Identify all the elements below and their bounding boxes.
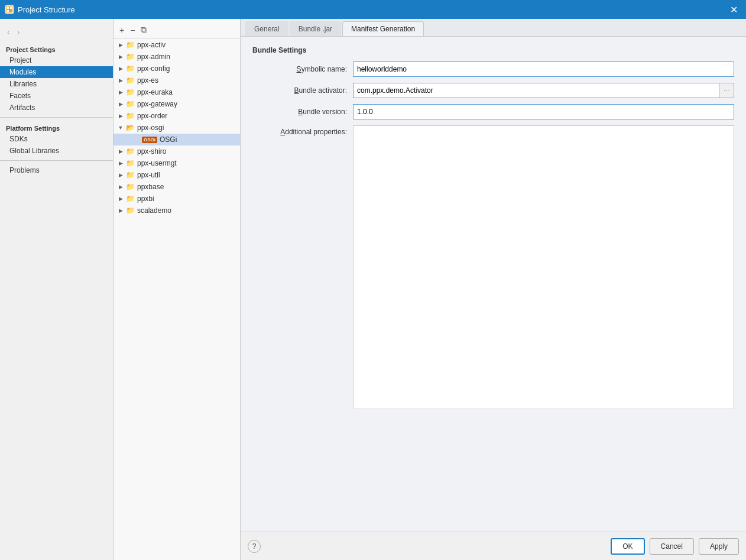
additional-properties-row: Additional properties: bbox=[252, 125, 734, 409]
browse-icon: ⋯ bbox=[724, 87, 730, 95]
sidebar-item-artifacts[interactable]: Artifacts bbox=[0, 102, 113, 114]
sidebar-item-problems-label: Problems bbox=[9, 166, 40, 174]
tree-item-ppx-order[interactable]: ▶ 📁 ppx-order bbox=[113, 110, 240, 122]
tree-item-label: scalademo bbox=[137, 206, 238, 215]
tree-copy-button[interactable]: ⧉ bbox=[138, 24, 149, 36]
tree-item-ppx-admin[interactable]: ▶ 📁 ppx-admin bbox=[113, 51, 240, 63]
tree-item-label: ppx-osgi bbox=[137, 124, 238, 132]
expand-icon: ▶ bbox=[116, 194, 125, 203]
tree-item-ppx-es[interactable]: ▶ 📁 ppx-es bbox=[113, 75, 240, 86]
tree-item-label: ppx-usermgt bbox=[137, 159, 238, 167]
folder-icon: 📁 bbox=[125, 195, 135, 203]
folder-icon: 📁 bbox=[125, 65, 135, 73]
close-button[interactable]: ✕ bbox=[726, 3, 741, 17]
folder-icon: 📁 bbox=[125, 171, 135, 179]
tree-item-ppx-shiro[interactable]: ▶ 📁 ppx-shiro bbox=[113, 145, 240, 157]
tree-item-label: ppx-util bbox=[137, 171, 238, 179]
expand-icon: ▶ bbox=[116, 40, 125, 50]
folder-icon: 📁 bbox=[125, 207, 135, 215]
tree-item-ppx-euraka[interactable]: ▶ 📁 ppx-euraka bbox=[113, 86, 240, 98]
tree-item-ppx-usermgt[interactable]: ▶ 📁 ppx-usermgt bbox=[113, 157, 240, 169]
help-button[interactable]: ? bbox=[248, 540, 261, 553]
sidebar-divider bbox=[0, 117, 113, 118]
nav-forward-button[interactable]: › bbox=[15, 26, 22, 38]
sidebar-item-sdks[interactable]: SDKs bbox=[0, 133, 113, 145]
expand-icon bbox=[132, 135, 142, 144]
tree-item-label: ppxbi bbox=[137, 195, 238, 203]
tree-item-label: ppx-euraka bbox=[137, 88, 238, 96]
apply-button[interactable]: Apply bbox=[699, 538, 739, 555]
expand-icon: ▶ bbox=[116, 182, 125, 192]
bottom-bar: ? OK Cancel Apply bbox=[241, 532, 746, 560]
symbolic-name-label-text: Symbolic name: bbox=[297, 65, 347, 73]
folder-icon: 📁 bbox=[125, 160, 135, 167]
symbolic-name-input[interactable] bbox=[353, 61, 734, 77]
bundle-activator-label-text: Bundle activator: bbox=[294, 86, 347, 95]
tree-item-ppx-gateway[interactable]: ▶ 📁 ppx-gateway bbox=[113, 98, 240, 110]
bundle-activator-row: Bundle activator: ⋯ bbox=[252, 83, 734, 98]
expand-icon: ▶ bbox=[116, 158, 125, 168]
sidebar-item-problems[interactable]: Problems bbox=[0, 164, 113, 176]
tree-item-ppx-osgi[interactable]: ▼ 📂 ppx-osgi bbox=[113, 122, 240, 134]
tab-bar: General Bundle .jar Manifest Generation bbox=[241, 19, 746, 37]
tab-manifest-generation-label: Manifest Generation bbox=[351, 25, 415, 33]
svg-rect-1 bbox=[7, 7, 9, 9]
sidebar-item-sdks-label: SDKs bbox=[9, 135, 28, 143]
sidebar-nav-bar: ‹ › bbox=[0, 24, 113, 40]
bundle-version-input[interactable] bbox=[353, 104, 734, 119]
tab-general[interactable]: General bbox=[245, 21, 288, 36]
tree-item-label: ppx-admin bbox=[137, 53, 238, 61]
sidebar-item-artifacts-label: Artifacts bbox=[9, 103, 35, 112]
bundle-activator-input[interactable] bbox=[353, 83, 719, 98]
right-panel: General Bundle .jar Manifest Generation … bbox=[241, 19, 746, 560]
expand-icon: ▶ bbox=[116, 206, 125, 215]
tree-item-label: ppx-gateway bbox=[137, 100, 238, 108]
symbolic-name-label: Symbolic name: bbox=[252, 65, 353, 73]
tree-item-label: ppx-activ bbox=[137, 41, 238, 49]
tree-remove-button[interactable]: − bbox=[128, 24, 137, 36]
expand-icon: ▶ bbox=[116, 64, 125, 73]
nav-back-button[interactable]: ‹ bbox=[5, 26, 12, 38]
expand-icon: ▶ bbox=[116, 99, 125, 109]
tree-item-ppx-activ[interactable]: ▶ 📁 ppx-activ bbox=[113, 39, 240, 51]
ok-button[interactable]: OK bbox=[611, 538, 644, 555]
tree-add-button[interactable]: + bbox=[117, 24, 127, 36]
tree-item-ppxbi[interactable]: ▶ 📁 ppxbi bbox=[113, 193, 240, 205]
tree-item-scalademo[interactable]: ▶ 📁 scalademo bbox=[113, 205, 240, 216]
folder-icon: 📁 bbox=[125, 77, 135, 85]
bundle-version-label-text: Bundle version: bbox=[298, 108, 347, 116]
expand-icon: ▶ bbox=[116, 170, 125, 180]
panel-content: Bundle Settings Symbolic name: Bundle ac… bbox=[241, 37, 746, 532]
bottom-right: OK Cancel Apply bbox=[611, 538, 739, 555]
sidebar-divider-2 bbox=[0, 160, 113, 161]
tree-item-ppxbase[interactable]: ▶ 📁 ppxbase bbox=[113, 181, 240, 193]
sidebar-item-libraries[interactable]: Libraries bbox=[0, 78, 113, 90]
sidebar-item-facets[interactable]: Facets bbox=[0, 90, 113, 102]
cancel-button[interactable]: Cancel bbox=[650, 538, 694, 555]
help-icon: ? bbox=[252, 542, 257, 551]
folder-open-icon: 📂 bbox=[125, 124, 135, 132]
tab-bundle-jar[interactable]: Bundle .jar bbox=[290, 21, 341, 36]
tree-item-ppx-config[interactable]: ▶ 📁 ppx-config bbox=[113, 63, 240, 75]
tree-item-ppx-util[interactable]: ▶ 📁 ppx-util bbox=[113, 169, 240, 181]
tree-item-label: OSGi bbox=[160, 135, 238, 144]
sidebar-item-libraries-label: Libraries bbox=[9, 80, 37, 88]
sidebar-item-project-label: Project bbox=[9, 56, 31, 64]
expand-icon: ▶ bbox=[116, 147, 125, 156]
additional-properties-label: Additional properties: bbox=[252, 128, 353, 136]
app-icon bbox=[5, 5, 14, 14]
tree-item-osgi[interactable]: OSGi OSGi bbox=[113, 134, 240, 145]
bundle-activator-label: Bundle activator: bbox=[252, 86, 353, 95]
tree-item-label: ppx-es bbox=[137, 76, 238, 85]
sidebar: ‹ › Project Settings Project Modules Lib… bbox=[0, 19, 113, 560]
sidebar-item-project[interactable]: Project bbox=[0, 54, 113, 66]
tree-item-label: ppx-shiro bbox=[137, 147, 238, 156]
additional-properties-input[interactable] bbox=[353, 125, 734, 409]
bundle-activator-browse-button[interactable]: ⋯ bbox=[719, 83, 734, 98]
sidebar-item-modules[interactable]: Modules bbox=[0, 66, 113, 78]
symbolic-name-row: Symbolic name: bbox=[252, 61, 734, 77]
sidebar-item-global-libraries[interactable]: Global Libraries bbox=[0, 145, 113, 157]
additional-properties-label-text: Additional properties: bbox=[280, 128, 347, 136]
tree-item-label: ppx-config bbox=[137, 64, 238, 73]
tab-manifest-generation[interactable]: Manifest Generation bbox=[342, 21, 424, 36]
